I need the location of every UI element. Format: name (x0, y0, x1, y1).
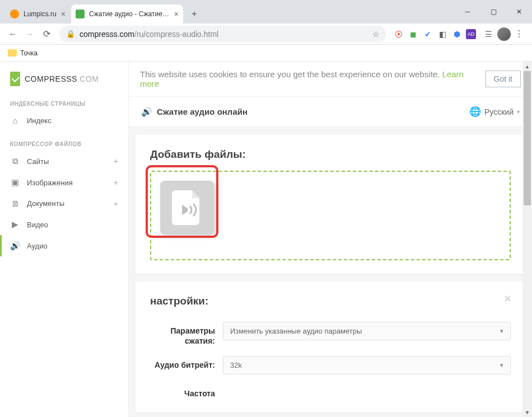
close-window-button[interactable]: ✕ (506, 0, 532, 24)
site-logo[interactable]: COMPRESSS.COM (0, 67, 128, 97)
scroll-down-arrow[interactable]: ▼ (522, 407, 532, 417)
logo-suffix: .COM (77, 74, 99, 83)
sidebar-heading-compressor: КОМПРЕССОР ФАЙЛОВ (0, 138, 128, 151)
content-scrollbar[interactable]: ▲ ▼ (522, 62, 532, 417)
sidebar-item-index[interactable]: ⌂ Индекс (0, 110, 128, 131)
expand-icon[interactable]: + (114, 199, 118, 208)
compression-label: Параметры сжатия: (150, 322, 223, 346)
tab-title: Lumpics.ru (24, 10, 57, 18)
reload-button[interactable]: ⟳ (38, 26, 55, 43)
frequency-row: Частота (150, 385, 511, 399)
sidebar-item-label: Сайты (27, 157, 114, 166)
image-icon: ▣ (10, 177, 20, 188)
cookie-text: This website uses cookies to ensure you … (140, 69, 479, 88)
content-area: COMPRESSS.COM ИНДЕКСНЫЕ СТРАНИЦЫ ⌂ Индек… (0, 62, 532, 417)
sidebar-item-images[interactable]: ▣ Изображения + (0, 172, 128, 193)
settings-title: настройки: (150, 295, 511, 307)
page-title: Сжатие аудио онлайн (157, 107, 248, 116)
audio-file-icon (172, 190, 203, 225)
profile-avatar[interactable] (497, 27, 511, 41)
extension-icon[interactable]: ⬢ (451, 29, 463, 40)
language-selector[interactable]: 🌐 Русский ▾ (469, 106, 520, 118)
bookmark-item[interactable]: Точка (8, 49, 38, 57)
sidebar-heading-index: ИНДЕКСНЫЕ СТРАНИЦЫ (0, 97, 128, 110)
bookmark-bar: Точка (0, 45, 532, 62)
scroll-up-arrow[interactable]: ▲ (522, 62, 532, 71)
extension-icon[interactable]: ⦿ (393, 29, 404, 40)
bitrate-select[interactable]: 32k (223, 356, 511, 374)
language-label: Русский (484, 107, 514, 116)
sidebar-item-audio[interactable]: 🔊 Аудио (0, 235, 128, 256)
back-button[interactable]: ← (4, 26, 21, 43)
uploaded-file-thumbnail[interactable] (160, 181, 214, 235)
lock-icon: 🔒 (66, 30, 75, 38)
forward-button[interactable]: → (21, 26, 38, 43)
extension-icon[interactable]: AD (466, 29, 476, 39)
extension-icon[interactable]: ◧ (437, 29, 448, 40)
sidebar-item-video[interactable]: ▶ Видео (0, 214, 128, 235)
add-files-panel: Добавить файлы: (136, 135, 525, 274)
sidebar-item-label: Документы (27, 199, 114, 208)
url-domain: compresss.com (80, 30, 134, 39)
maximize-button[interactable]: ▢ (480, 0, 506, 24)
sidebar-item-label: Аудио (27, 242, 118, 250)
translate-icon: 🌐 (469, 106, 481, 118)
logo-main: COMPRESSS (25, 74, 77, 83)
compression-params-row: Параметры сжатия: Изменить указанные ауд… (150, 322, 511, 346)
favicon-icon (76, 10, 85, 18)
browser-menu-button[interactable]: ⋮ (511, 29, 528, 39)
browser-title-bar: Lumpics.ru × Сжатие аудио - Сжатие файло… (0, 0, 532, 24)
minimize-button[interactable]: ─ (455, 0, 480, 24)
document-icon: 🗎 (10, 199, 20, 208)
extension-icon[interactable]: ◼ (408, 29, 419, 40)
close-icon[interactable]: ✕ (503, 293, 512, 305)
sidebar-item-sites[interactable]: ⧉ Сайты + (0, 151, 128, 172)
extension-icon[interactable]: ✔ (422, 29, 433, 40)
window-controls: ─ ▢ ✕ (455, 0, 532, 24)
file-drop-zone[interactable] (150, 171, 511, 260)
frequency-label: Частота (150, 385, 223, 399)
got-it-button[interactable]: Got it (486, 71, 521, 87)
sidebar-item-label: Изображения (27, 179, 114, 187)
close-icon[interactable]: × (61, 10, 66, 18)
home-icon: ⌂ (10, 116, 20, 125)
url-path: /ru/compress-audio.html (134, 30, 218, 39)
compression-select[interactable]: Изменить указанные аудио параметры (223, 322, 511, 340)
tab-lumpics[interactable]: Lumpics.ru × (6, 4, 70, 24)
address-bar[interactable]: 🔒 compresss.com/ru/compress-audio.html ☆ (59, 26, 386, 43)
sidebar-item-label: Индекс (27, 116, 118, 125)
audio-icon: 🔊 (141, 106, 152, 117)
bitrate-row: Аудио битрейт: 32k (150, 356, 511, 374)
main-content: This website uses cookies to ensure you … (129, 62, 532, 417)
add-files-title: Добавить файлы: (150, 148, 511, 161)
extension-icons: ⦿ ◼ ✔ ◧ ⬢ AD ☰ (393, 29, 494, 40)
close-icon[interactable]: × (174, 10, 179, 18)
expand-icon[interactable]: + (114, 157, 118, 166)
logo-icon (10, 72, 20, 86)
bitrate-label: Аудио битрейт: (150, 356, 223, 370)
sidebar: COMPRESSS.COM ИНДЕКСНЫЕ СТРАНИЦЫ ⌂ Индек… (0, 62, 129, 417)
video-icon: ▶ (10, 219, 20, 229)
new-tab-button[interactable]: + (186, 6, 202, 22)
tab-title: Сжатие аудио - Сжатие файлов (89, 10, 170, 18)
bookmark-star-icon[interactable]: ☆ (372, 30, 380, 39)
favicon-icon (10, 10, 19, 18)
page-header: 🔊 Сжатие аудио онлайн 🌐 Русский ▾ (129, 97, 532, 127)
expand-icon[interactable]: + (114, 178, 118, 187)
reading-list-icon[interactable]: ☰ (483, 29, 494, 40)
chevron-down-icon: ▾ (517, 109, 520, 115)
cookie-banner: This website uses cookies to ensure you … (129, 62, 532, 97)
audio-icon: 🔊 (10, 241, 20, 251)
tab-compress-audio[interactable]: Сжатие аудио - Сжатие файлов × (71, 4, 183, 24)
sidebar-item-documents[interactable]: 🗎 Документы + (0, 193, 128, 214)
scroll-thumb[interactable] (524, 71, 531, 205)
folder-icon (8, 49, 17, 57)
code-icon: ⧉ (10, 156, 20, 166)
browser-toolbar: ← → ⟳ 🔒 compresss.com/ru/compress-audio.… (0, 24, 532, 45)
sidebar-item-label: Видео (27, 221, 118, 229)
bookmark-label: Точка (20, 49, 38, 57)
settings-panel: настройки: ✕ Параметры сжатия: Изменить … (136, 282, 525, 413)
